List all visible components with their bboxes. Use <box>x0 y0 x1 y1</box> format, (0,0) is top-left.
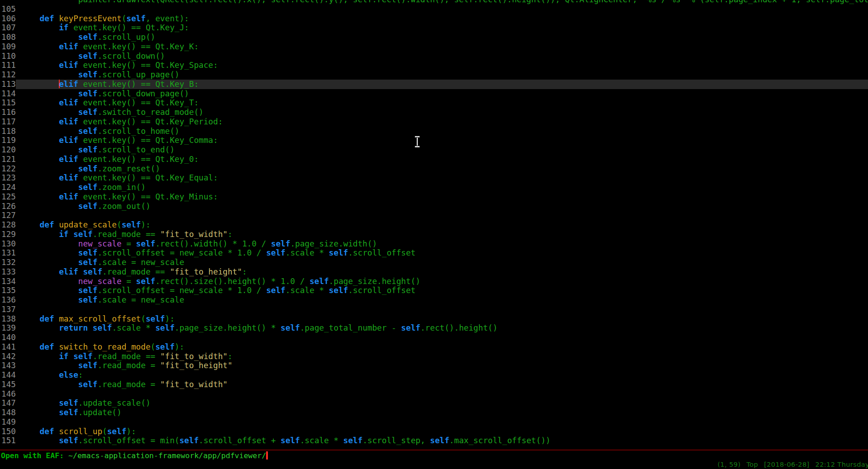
code-line-148[interactable]: 148 self.update() <box>0 408 868 417</box>
code-line-115[interactable]: 115 elif event.key() == Qt.Key_T: <box>0 98 868 108</box>
python-code-buffer[interactable]: painter.drawText(QRect(self.rect().x(), … <box>0 0 868 445</box>
code-line-129[interactable]: 129 if self.read_mode == "fit_to_width": <box>0 230 868 239</box>
code-line-108[interactable]: 108 self.scroll_up() <box>0 33 868 42</box>
code-text: self.scroll_down() <box>16 52 868 61</box>
code-text: def switch_to_read_mode(self): <box>16 342 868 352</box>
code-line-136[interactable]: 136 self.scale = new_scale <box>0 295 868 305</box>
code-text: painter.drawText(QRect(self.rect().x(), … <box>16 0 868 5</box>
code-line-114[interactable]: 114 self.scroll_down_page() <box>0 89 868 99</box>
code-line-140[interactable]: 140 <box>0 333 868 342</box>
code-text: self.update_scale() <box>16 398 868 408</box>
code-text: def update_scale(self): <box>16 220 868 230</box>
code-text: elif event.key() == Qt.Key_Minus: <box>16 192 868 202</box>
code-text: if event.key() == Qt.Key_J: <box>16 23 868 33</box>
line-number: 106 <box>0 14 16 24</box>
code-line-151[interactable]: 151 self.scroll_offset = min(self.scroll… <box>0 436 868 445</box>
code-line-121[interactable]: 121 elif event.key() == Qt.Key_0: <box>0 155 868 164</box>
code-line-116[interactable]: 116 self.switch_to_read_mode() <box>0 108 868 117</box>
code-text <box>16 305 868 314</box>
code-line-131[interactable]: 131 self.scroll_offset = new_scale * 1.0… <box>0 248 868 258</box>
code-text: def keyPressEvent(self, event): <box>16 14 868 24</box>
code-line-122[interactable]: 122 self.zoom_reset() <box>0 164 868 174</box>
code-line-130[interactable]: 130 new_scale = self.rect().width() * 1.… <box>0 239 868 249</box>
code-line-135[interactable]: 135 self.scroll_offset = new_scale * 1.0… <box>0 286 868 295</box>
time-indicator: 22:12 Thursday <box>816 461 868 468</box>
code-text: self.switch_to_read_mode() <box>16 108 868 117</box>
cursor-position-indicator: (1, 59) <box>718 461 741 468</box>
code-line-139[interactable]: 139 return self.scale * self.page_size.h… <box>0 323 868 333</box>
code-line-118[interactable]: 118 self.scroll_to_home() <box>0 127 868 136</box>
code-line-137[interactable]: 137 <box>0 305 868 314</box>
code-text: if self.read_mode == "fit_to_width": <box>16 352 868 361</box>
code-text: self.update() <box>16 408 868 417</box>
code-line-143[interactable]: 143 self.read_mode = "fit_to_height" <box>0 361 868 370</box>
code-line-142[interactable]: 142 if self.read_mode == "fit_to_width": <box>0 352 868 361</box>
line-number: 112 <box>0 70 16 80</box>
code-text <box>16 211 868 220</box>
code-line-113[interactable]: 113 elif event.key() == Qt.Key_B: <box>0 80 868 89</box>
code-line-112[interactable]: 112 self.scroll_up_page() <box>0 70 868 80</box>
code-line-128[interactable]: 128 def update_scale(self): <box>0 220 868 230</box>
code-line-150[interactable]: 150 def scroll_up(self): <box>0 427 868 436</box>
code-text: self.scroll_offset = new_scale * 1.0 / s… <box>16 248 868 258</box>
code-line-144[interactable]: 144 else: <box>0 370 868 380</box>
line-number: 131 <box>0 248 16 258</box>
line-number: 149 <box>0 417 16 427</box>
code-text: if self.read_mode == "fit_to_width": <box>16 230 868 239</box>
code-line-105[interactable]: 105 <box>0 5 868 14</box>
code-line-134[interactable]: 134 new_scale = self.rect().size().heigh… <box>0 277 868 286</box>
code-line-123[interactable]: 123 elif event.key() == Qt.Key_Equal: <box>0 173 868 183</box>
code-line-126[interactable]: 126 self.zoom_out() <box>0 202 868 211</box>
line-number: 136 <box>0 295 16 305</box>
code-text: new_scale = self.rect().width() * 1.0 / … <box>16 239 868 249</box>
code-text: elif event.key() == Qt.Key_T: <box>16 98 868 108</box>
line-number: 143 <box>0 361 16 370</box>
code-text: self.zoom_out() <box>16 202 868 211</box>
code-line-149[interactable]: 149 <box>0 417 868 427</box>
code-text: self.scale = new_scale <box>16 295 868 305</box>
code-line-107[interactable]: 107 if event.key() == Qt.Key_J: <box>0 23 868 33</box>
line-number: 145 <box>0 380 16 389</box>
line-number: 138 <box>0 314 16 324</box>
line-number: 114 <box>0 89 16 99</box>
code-line-110[interactable]: 110 self.scroll_down() <box>0 52 868 61</box>
code-line-133[interactable]: 133 elif self.read_mode == "fit_to_heigh… <box>0 267 868 277</box>
code-text: self.zoom_in() <box>16 183 868 192</box>
line-number: 140 <box>0 333 16 342</box>
code-line-145[interactable]: 145 self.read_mode = "fit_to_width" <box>0 380 868 389</box>
code-text <box>16 417 868 427</box>
code-line-124[interactable]: 124 self.zoom_in() <box>0 183 868 192</box>
code-text: def scroll_up(self): <box>16 427 868 436</box>
minibuffer[interactable]: Open with EAF: ~/emacs-application-frame… <box>1 451 268 460</box>
code-text: self.scroll_offset = min(self.scroll_off… <box>16 436 868 445</box>
code-line-141[interactable]: 141 def switch_to_read_mode(self): <box>0 342 868 352</box>
code-line-147[interactable]: 147 self.update_scale() <box>0 398 868 408</box>
code-line-109[interactable]: 109 elif event.key() == Qt.Key_K: <box>0 42 868 52</box>
code-text: elif event.key() == Qt.Key_K: <box>16 42 868 52</box>
line-number: 134 <box>0 277 16 286</box>
line-number: 107 <box>0 23 16 33</box>
code-line-138[interactable]: 138 def max_scroll_offset(self): <box>0 314 868 324</box>
code-line-146[interactable]: 146 <box>0 389 868 399</box>
code-line-117[interactable]: 117 elif event.key() == Qt.Key_Period: <box>0 117 868 127</box>
line-number: 144 <box>0 370 16 380</box>
code-line-clipped[interactable]: painter.drawText(QRect(self.rect().x(), … <box>0 0 868 5</box>
code-text: def max_scroll_offset(self): <box>16 314 868 324</box>
mouse-ibeam-pointer <box>414 136 420 148</box>
code-line-120[interactable]: 120 self.scroll_to_end() <box>0 145 868 155</box>
code-line-106[interactable]: 106 def keyPressEvent(self, event): <box>0 14 868 24</box>
code-line-111[interactable]: 111 elif event.key() == Qt.Key_Space: <box>0 61 868 70</box>
minibuffer-cursor <box>266 451 268 460</box>
code-text: self.scroll_down_page() <box>16 89 868 99</box>
line-number: 148 <box>0 408 16 417</box>
code-text: elif event.key() == Qt.Key_Period: <box>16 117 868 127</box>
code-line-125[interactable]: 125 elif event.key() == Qt.Key_Minus: <box>0 192 868 202</box>
minibuffer-input[interactable]: ~/emacs-application-framework/app/pdfvie… <box>68 451 266 460</box>
code-line-119[interactable]: 119 elif event.key() == Qt.Key_Comma: <box>0 136 868 145</box>
code-line-127[interactable]: 127 <box>0 211 868 220</box>
code-text <box>16 389 868 399</box>
code-text: elif event.key() == Qt.Key_B: <box>16 80 868 89</box>
line-number: 132 <box>0 258 16 267</box>
code-line-132[interactable]: 132 self.scale = new_scale <box>0 258 868 267</box>
code-text <box>16 5 868 14</box>
